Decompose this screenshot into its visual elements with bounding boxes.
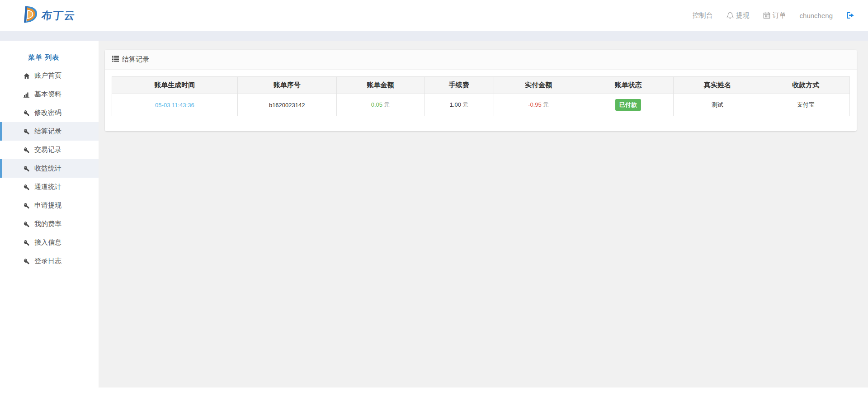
key-icon <box>24 221 31 227</box>
topnav-withdraw[interactable]: 提现 <box>726 11 750 20</box>
sidebar-item-income-stats[interactable]: 收益统计 <box>0 159 99 178</box>
col-header-real-name: 真实姓名 <box>673 77 762 94</box>
bill-time-link[interactable]: 05-03 11:43:36 <box>155 102 194 109</box>
sidebar-item-change-password[interactable]: 修改密码 <box>0 104 99 122</box>
key-icon <box>24 147 31 153</box>
sidebar-item-label: 登录日志 <box>34 257 61 265</box>
sidebar-item-channel-stats[interactable]: 通道统计 <box>0 178 99 196</box>
settlement-panel: 结算记录 账单生成时间 账单序号 账单金额 手续费 实付金额 <box>105 50 857 131</box>
panel-header: 结算记录 <box>105 50 857 70</box>
cell-pay-method: 支付宝 <box>762 94 849 116</box>
key-icon <box>24 240 31 246</box>
sidebar-item-account-home[interactable]: 账户首页 <box>0 66 99 85</box>
sidebar-item-login-log[interactable]: 登录日志 <box>0 252 99 270</box>
topnav-orders[interactable]: 订单 <box>763 11 786 20</box>
sidebar-item-label: 交易记录 <box>34 146 61 154</box>
key-icon <box>24 165 31 172</box>
sidebar: 菜单 列表 账户首页 基本资料 修改密码 <box>0 41 99 387</box>
cell-bill-status: 已付款 <box>583 94 673 116</box>
actual-paid-value: -0.95 <box>528 101 542 108</box>
brand-logo[interactable]: 布丁云 <box>23 5 75 25</box>
fee-value: 1.00 <box>450 101 461 108</box>
key-icon <box>24 203 31 209</box>
sidebar-item-basic-info[interactable]: 基本资料 <box>0 85 99 104</box>
table-row: 05-03 11:43:36 b1620023142 0.05元 1.00元 -… <box>112 94 850 116</box>
topnav-withdraw-label: 提现 <box>736 11 750 20</box>
brand-name: 布丁云 <box>41 9 76 23</box>
key-icon <box>24 258 31 265</box>
cell-fee: 1.00元 <box>425 94 494 116</box>
sidebar-item-label: 我的费率 <box>34 220 61 228</box>
navbar-divider-strip <box>0 31 868 41</box>
cell-bill-serial: b1620023142 <box>237 94 336 116</box>
sidebar-menu-header: 菜单 列表 <box>0 49 99 66</box>
col-header-pay-method: 收款方式 <box>762 77 849 94</box>
settlement-table: 账单生成时间 账单序号 账单金额 手续费 实付金额 账单状态 真实姓名 收款方式 <box>112 76 850 116</box>
status-badge: 已付款 <box>615 99 641 111</box>
col-header-bill-status: 账单状态 <box>583 77 673 94</box>
sidebar-item-access-info[interactable]: 接入信息 <box>0 233 99 252</box>
sidebar-item-settlement-records[interactable]: 结算记录 <box>0 122 99 141</box>
sidebar-item-label: 账户首页 <box>34 71 61 80</box>
col-header-bill-amount: 账单金额 <box>336 77 424 94</box>
topnav-username[interactable]: chuncheng <box>800 12 833 19</box>
panel-body: 账单生成时间 账单序号 账单金额 手续费 实付金额 账单状态 真实姓名 收款方式 <box>105 70 857 131</box>
topnav-orders-label: 订单 <box>773 11 786 20</box>
topnav-console[interactable]: 控制台 <box>693 11 713 20</box>
key-icon <box>24 184 31 190</box>
sidebar-item-label: 收益统计 <box>34 164 61 173</box>
cell-bill-time: 05-03 11:43:36 <box>112 94 238 116</box>
col-header-actual-paid: 实付金额 <box>494 77 583 94</box>
key-icon <box>24 128 31 135</box>
cell-real-name: 测试 <box>673 94 762 116</box>
actual-paid-unit: 元 <box>543 101 549 108</box>
sidebar-item-label: 结算记录 <box>34 127 61 136</box>
main-content: 结算记录 账单生成时间 账单序号 账单金额 手续费 实付金额 <box>99 41 868 387</box>
col-header-fee: 手续费 <box>425 77 494 94</box>
home-icon <box>24 73 31 79</box>
bell-icon <box>726 12 734 19</box>
top-navbar: 布丁云 控制台 提现 <box>0 0 868 31</box>
sidebar-item-label: 基本资料 <box>34 90 61 99</box>
sidebar-item-label: 通道统计 <box>34 183 61 191</box>
logout-icon[interactable] <box>846 11 854 19</box>
calendar-icon <box>763 12 770 19</box>
topnav-console-label: 控制台 <box>693 11 713 20</box>
fee-unit: 元 <box>462 101 468 108</box>
bar-chart-icon <box>24 91 31 98</box>
table-header-row: 账单生成时间 账单序号 账单金额 手续费 实付金额 账单状态 真实姓名 收款方式 <box>112 77 850 94</box>
sidebar-item-label: 修改密码 <box>34 109 61 117</box>
panel-title: 结算记录 <box>122 55 149 64</box>
bill-amount-unit: 元 <box>384 101 390 108</box>
sidebar-item-my-rates[interactable]: 我的费率 <box>0 215 99 233</box>
sidebar-item-transaction-records[interactable]: 交易记录 <box>0 141 99 159</box>
cell-actual-paid: -0.95元 <box>494 94 583 116</box>
cell-bill-amount: 0.05元 <box>336 94 424 116</box>
brand-logo-icon <box>23 5 38 25</box>
col-header-bill-serial: 账单序号 <box>237 77 336 94</box>
list-icon <box>112 56 119 63</box>
sidebar-item-apply-withdraw[interactable]: 申请提现 <box>0 196 99 215</box>
topnav-links: 控制台 提现 <box>693 11 854 20</box>
sidebar-item-label: 接入信息 <box>34 238 61 247</box>
col-header-bill-time: 账单生成时间 <box>112 77 238 94</box>
bill-amount-value: 0.05 <box>371 101 382 108</box>
key-icon <box>24 110 31 116</box>
topnav-username-label: chuncheng <box>800 12 833 19</box>
sidebar-item-label: 申请提现 <box>34 201 61 210</box>
